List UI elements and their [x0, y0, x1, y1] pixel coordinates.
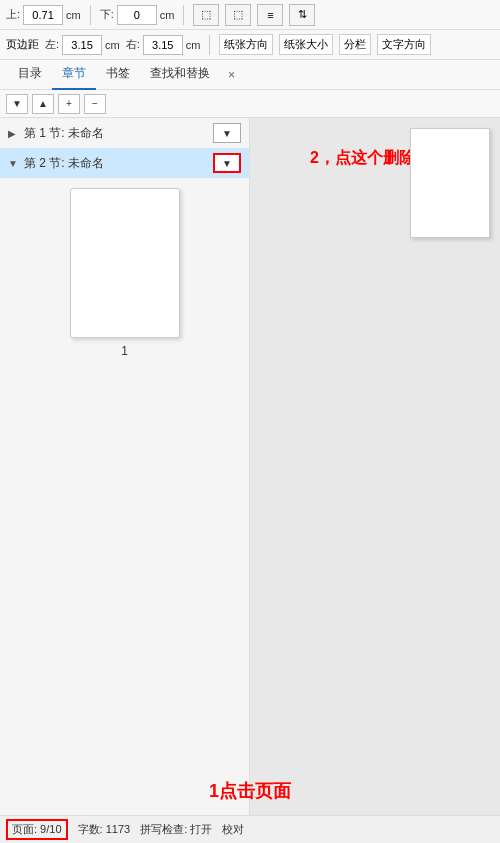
text-direction-btn[interactable]: 文字方向: [377, 34, 431, 55]
chapter-2-item[interactable]: ▼ 第 2 节: 未命名 ▼: [0, 148, 249, 178]
chapter-1-arrow: ▶: [8, 128, 20, 139]
left-margin-group: 左: cm: [45, 35, 120, 55]
tab-bar: 目录 章节 书签 查找和替换 ×: [0, 60, 500, 90]
bottom-margin-input[interactable]: [117, 5, 157, 25]
chapter-2-label: 第 2 节: 未命名: [24, 155, 209, 172]
left-panel: ▶ 第 1 节: 未命名 ▼ ▼ 第 2 节: 未命名 ▼ 1: [0, 118, 250, 843]
tab-bookmark[interactable]: 书签: [96, 59, 140, 90]
paper-size-btn[interactable]: 纸张大小: [279, 34, 333, 55]
top-margin-unit: cm: [66, 9, 81, 21]
right-label: 右:: [126, 37, 140, 52]
right-unit: cm: [186, 39, 201, 51]
tab-find-replace[interactable]: 查找和替换: [140, 59, 220, 90]
right-area[interactable]: 2，点这个删除章: [250, 118, 500, 843]
chapter-up-btn[interactable]: ▲: [32, 94, 54, 114]
doc-page-right: [410, 128, 490, 238]
columns-btn[interactable]: 分栏: [339, 34, 371, 55]
word-count: 字数: 1173: [78, 822, 131, 837]
second-toolbar: 页边距 左: cm 右: cm 纸张方向 纸张大小 分栏 文字方向: [0, 30, 500, 60]
page-info[interactable]: 页面: 9/10: [6, 819, 68, 840]
margin-label: 页边距: [6, 37, 39, 52]
separator3: [209, 35, 210, 55]
tab-close-btn[interactable]: ×: [222, 64, 241, 86]
bottom-margin-unit: cm: [160, 9, 175, 21]
icon-btn-3[interactable]: ≡: [257, 4, 283, 26]
chapter-1-label: 第 1 节: 未命名: [24, 125, 209, 142]
left-label: 左:: [45, 37, 59, 52]
chapter-2-arrow: ▼: [8, 158, 20, 169]
right-margin-group: 右: cm: [126, 35, 201, 55]
separator1: [90, 5, 91, 25]
tab-toc[interactable]: 目录: [8, 59, 52, 90]
right-margin-input[interactable]: [143, 35, 183, 55]
chapter-add-btn[interactable]: +: [58, 94, 80, 114]
chapter-1-item[interactable]: ▶ 第 1 节: 未命名 ▼: [0, 118, 249, 148]
spell-check: 拼写检查: 打开: [140, 822, 212, 837]
icon-btn-4[interactable]: ⇅: [289, 4, 315, 26]
page-thumbnail[interactable]: [70, 188, 180, 338]
chapter-remove-btn[interactable]: −: [84, 94, 106, 114]
chapter-2-dropdown[interactable]: ▼: [213, 153, 241, 173]
page-thumbnail-area: 1: [0, 178, 249, 368]
main-area: ▶ 第 1 节: 未命名 ▼ ▼ 第 2 节: 未命名 ▼ 1 2，点这个删除章: [0, 118, 500, 843]
chapter-1-dropdown[interactable]: ▼: [213, 123, 241, 143]
status-bar: 页面: 9/10 字数: 1173 拼写检查: 打开 校对: [0, 815, 500, 843]
left-unit: cm: [105, 39, 120, 51]
top-margin-group: 上: cm: [6, 5, 81, 25]
chapter-down-btn[interactable]: ▼: [6, 94, 28, 114]
page-number: 1: [20, 344, 229, 358]
top-margin-label: 上:: [6, 7, 20, 22]
paper-direction-btn[interactable]: 纸张方向: [219, 34, 273, 55]
separator2: [183, 5, 184, 25]
bottom-margin-label: 下:: [100, 7, 114, 22]
chapter-sub-toolbar: ▼ ▲ + −: [0, 90, 500, 118]
icon-btn-1[interactable]: ⬚: [193, 4, 219, 26]
top-margin-input[interactable]: [23, 5, 63, 25]
bottom-margin-group: 下: cm: [100, 5, 175, 25]
proofread: 校对: [222, 822, 244, 837]
top-toolbar: 上: cm 下: cm ⬚ ⬚ ≡ ⇅: [0, 0, 500, 30]
left-margin-input[interactable]: [62, 35, 102, 55]
tab-chapter[interactable]: 章节: [52, 59, 96, 90]
icon-btn-2[interactable]: ⬚: [225, 4, 251, 26]
